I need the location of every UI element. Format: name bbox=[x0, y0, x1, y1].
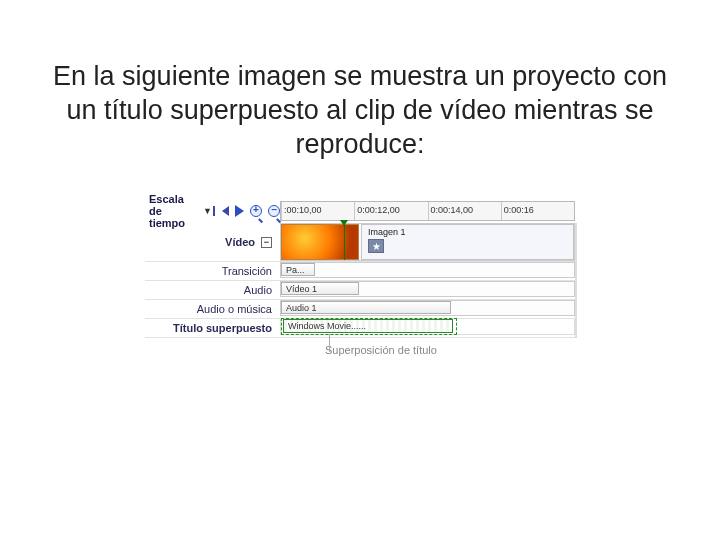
ruler-tick: 0:00:16 bbox=[501, 202, 574, 220]
collapse-toggle-icon[interactable]: − bbox=[261, 237, 272, 248]
track-label-audio: Audio bbox=[145, 281, 280, 299]
video-clip-name: Imagen 1 bbox=[362, 225, 573, 237]
playhead-marker[interactable] bbox=[344, 224, 345, 260]
star-icon: ★ bbox=[368, 239, 384, 253]
transition-track-body[interactable]: Pa... bbox=[280, 262, 575, 278]
zoom-out-icon[interactable] bbox=[268, 205, 280, 217]
audio-track-body[interactable]: Vídeo 1 bbox=[280, 281, 575, 297]
title-overlay-clip[interactable]: Windows Movie...... bbox=[283, 319, 453, 333]
time-ruler[interactable]: :00:10,00 0:00:12,00 0:00:14,00 0:00:16 bbox=[280, 201, 575, 221]
video-track-body[interactable]: Imagen 1 ★ bbox=[280, 223, 575, 261]
ruler-tick: :00:10,00 bbox=[281, 202, 354, 220]
previous-frame-icon[interactable] bbox=[222, 206, 229, 216]
timeline-editor: Escala de tiempo ▼ :00:10,00 0:00:12,00 … bbox=[145, 201, 575, 356]
track-label-title-overlay: Título superpuesto bbox=[145, 319, 280, 337]
play-icon[interactable] bbox=[235, 205, 244, 217]
video-clip-thumbnail[interactable] bbox=[281, 224, 359, 260]
track-label-music: Audio o música bbox=[145, 300, 280, 318]
music-clip[interactable]: Audio 1 bbox=[281, 301, 451, 314]
video-clip-meta[interactable]: Imagen 1 ★ bbox=[361, 224, 574, 260]
track-label-transition: Transición bbox=[145, 262, 280, 280]
track-label-text: Vídeo bbox=[225, 236, 255, 248]
right-edge-divider bbox=[575, 223, 577, 338]
audio-clip[interactable]: Vídeo 1 bbox=[281, 282, 359, 295]
ruler-tick: 0:00:14,00 bbox=[428, 202, 501, 220]
title-track-body[interactable]: Windows Movie...... bbox=[280, 319, 575, 335]
callout-text: Superposición de título bbox=[325, 344, 575, 356]
callout-line-icon bbox=[329, 334, 330, 352]
zoom-in-icon[interactable] bbox=[250, 205, 262, 217]
description-paragraph: En la siguiente imagen se muestra un pro… bbox=[0, 0, 720, 181]
transition-clip[interactable]: Pa... bbox=[281, 263, 315, 276]
chevron-down-icon[interactable]: ▼ bbox=[203, 206, 212, 216]
music-track-body[interactable]: Audio 1 bbox=[280, 300, 575, 316]
track-label-video: Vídeo − bbox=[145, 223, 280, 261]
ruler-tick: 0:00:12,00 bbox=[354, 202, 427, 220]
tracks-area: Vídeo − Imagen 1 ★ Transición Pa... Audi… bbox=[145, 223, 575, 338]
